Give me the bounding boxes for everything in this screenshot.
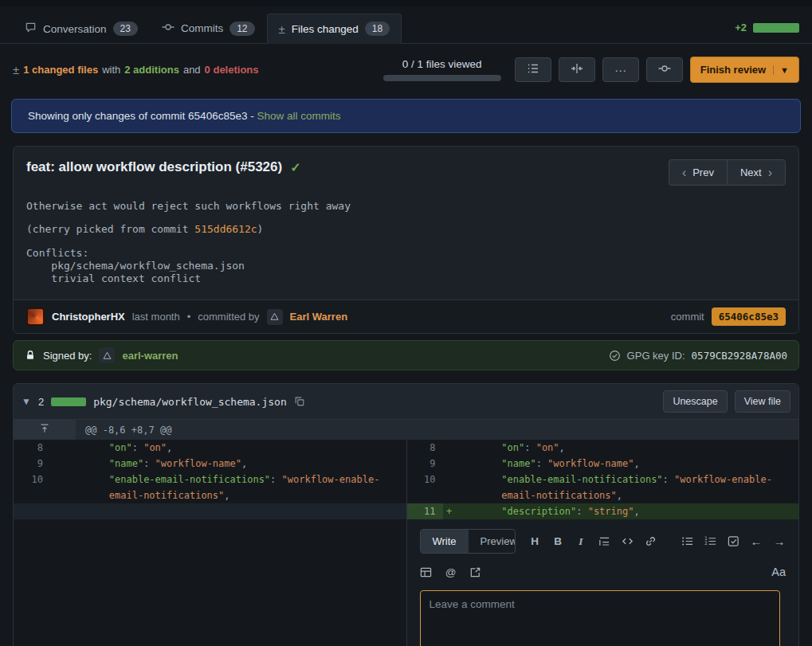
- diff-line-number[interactable]: 8: [406, 440, 443, 456]
- ci-success-icon[interactable]: ✓: [290, 160, 300, 175]
- link-icon[interactable]: [644, 534, 657, 549]
- diff-line-number: [14, 503, 50, 519]
- comment-textarea[interactable]: [420, 590, 780, 646]
- caret-down-icon: ▼: [773, 65, 789, 75]
- file-additions-count: 2: [38, 396, 44, 408]
- arrow-left-icon[interactable]: ←: [750, 534, 763, 549]
- unordered-list-icon[interactable]: [681, 534, 693, 549]
- arrow-right-icon[interactable]: →: [773, 534, 786, 549]
- diff-empty-filler: [14, 519, 406, 646]
- conversation-icon: [25, 22, 37, 36]
- diff-table: 8 "on": "on",8 "on": "on",9 "name": "wor…: [14, 440, 798, 519]
- finish-review-label: Finish review: [700, 64, 766, 76]
- tab-commits[interactable]: Commits 12: [150, 13, 267, 44]
- file-diff-panel: ▼ 2 pkg/schema/workflow_schema.json Unes…: [13, 383, 799, 646]
- signed-by-label: Signed by:: [43, 350, 92, 362]
- committer-link[interactable]: Earl Warren: [290, 311, 348, 323]
- commit-icon: [658, 62, 671, 77]
- commit-meta: ChristopherHX last month • committed by …: [14, 300, 798, 333]
- diff-line-number[interactable]: 8: [14, 440, 50, 456]
- show-all-commits-link[interactable]: Show all commits: [257, 110, 340, 122]
- fold-file-icon[interactable]: ▼: [22, 396, 31, 407]
- diff-line-number[interactable]: 10: [406, 472, 443, 503]
- gpg-key-value: 0579CB2928A78A00: [692, 350, 787, 362]
- mention-icon[interactable]: @: [445, 565, 457, 579]
- top-strip: [0, 0, 812, 6]
- diff-line-number[interactable]: 10: [14, 472, 50, 503]
- commit-time: last month: [132, 311, 180, 323]
- tab-conversation-count: 23: [113, 22, 138, 36]
- tab-commits-count: 12: [229, 22, 254, 36]
- signer-avatar[interactable]: [99, 347, 115, 363]
- committed-by-text: committed by: [198, 311, 259, 323]
- heading-icon[interactable]: H: [528, 534, 541, 549]
- tab-write[interactable]: Write: [421, 530, 469, 553]
- commit-message-body: Otherwise act would reject such workflow…: [14, 189, 798, 300]
- diff-code-cell: + "description": "string",: [443, 503, 799, 519]
- tab-conversation[interactable]: Conversation 23: [13, 14, 150, 44]
- ordered-list-icon[interactable]: 12: [704, 534, 716, 549]
- reference-icon[interactable]: [469, 565, 482, 579]
- prev-commit-button[interactable]: ‹ Prev: [669, 159, 727, 186]
- diff-line-marker: [443, 472, 456, 487]
- comment-editor-tabs: Write Preview: [420, 529, 516, 554]
- file-diff-header: ▼ 2 pkg/schema/workflow_schema.json Unes…: [14, 384, 798, 420]
- next-commit-button[interactable]: Next ›: [727, 159, 786, 186]
- chevron-left-icon: ‹: [682, 166, 686, 179]
- pr-tabbar: Conversation 23 Commits 12 ± Files chang…: [0, 6, 812, 44]
- author-avatar[interactable]: [26, 307, 45, 326]
- view-file-button[interactable]: View file: [735, 390, 790, 413]
- inline-comment-form: Write Preview H B I 12 ← →: [406, 519, 799, 646]
- cherry-suffix: ): [257, 223, 264, 235]
- commit-title-text: feat: allow workflow description (#5326): [26, 159, 282, 175]
- diff-stat-additions: +2: [735, 22, 747, 33]
- task-list-icon[interactable]: [727, 534, 739, 549]
- diff-line-number[interactable]: 9: [14, 456, 50, 472]
- diff-line-marker: [443, 456, 456, 472]
- lock-icon: [25, 350, 36, 361]
- italic-icon[interactable]: I: [575, 534, 587, 549]
- file-diffstat-bar: [51, 397, 86, 406]
- unescape-button[interactable]: Unescape: [663, 390, 727, 413]
- prev-label: Prev: [692, 166, 714, 178]
- diff-line-number[interactable]: 9: [406, 456, 443, 472]
- signer-link[interactable]: earl-warren: [122, 350, 178, 362]
- expand-hunk-button[interactable]: [14, 420, 76, 440]
- inline-comment-row: Write Preview H B I 12 ← →: [14, 519, 798, 646]
- commit-sha-badge[interactable]: 65406c85e3: [712, 307, 786, 326]
- file-tree-toggle-button[interactable]: [515, 57, 551, 82]
- commit-label: commit: [671, 311, 704, 323]
- diff-line-marker: [50, 472, 63, 487]
- text-size-toggle[interactable]: Aa: [771, 566, 786, 578]
- tab-files-changed[interactable]: ± Files changed 18: [267, 14, 402, 44]
- chevron-right-icon: ›: [768, 166, 772, 179]
- diff-options-button[interactable]: ···: [602, 57, 639, 82]
- quote-icon[interactable]: [598, 534, 610, 549]
- committer-avatar[interactable]: [267, 309, 283, 325]
- tab-conversation-label: Conversation: [43, 23, 107, 35]
- copy-path-icon[interactable]: [294, 396, 305, 407]
- diff-line-number[interactable]: 11: [406, 503, 443, 519]
- table-icon[interactable]: [420, 565, 433, 579]
- cherry-sha-link[interactable]: 515dd6612c: [194, 223, 257, 235]
- separator-dot: •: [187, 311, 191, 323]
- hunk-header-row: @@ -8,6 +8,7 @@: [14, 420, 798, 440]
- and-text: and: [183, 64, 201, 76]
- diff-view-toggle-button[interactable]: [559, 57, 595, 82]
- finish-review-button[interactable]: Finish review ▼: [690, 57, 799, 83]
- tab-preview[interactable]: Preview: [469, 530, 516, 553]
- diff-code-cell: "enable-email-notifications": "workflow-…: [50, 472, 406, 503]
- commits-view-button[interactable]: [646, 57, 683, 82]
- code-icon[interactable]: [621, 534, 634, 549]
- author-link[interactable]: ChristopherHX: [52, 311, 125, 323]
- conflicts-block: Conflicts: pkg/schema/workflow_schema.js…: [26, 247, 786, 286]
- diff-stat-bar: [753, 23, 799, 33]
- bold-icon[interactable]: B: [551, 534, 564, 549]
- file-name[interactable]: pkg/schema/workflow_schema.json: [93, 396, 287, 408]
- files-viewed-indicator: 0 / 1 files viewed: [383, 58, 501, 81]
- collapse-arrows-icon: [571, 62, 583, 77]
- changed-files-link[interactable]: 1 changed files: [23, 64, 98, 76]
- files-viewed-progress: [383, 75, 501, 81]
- expand-up-icon: [39, 423, 50, 437]
- deletions-text: 0 deletions: [205, 64, 259, 76]
